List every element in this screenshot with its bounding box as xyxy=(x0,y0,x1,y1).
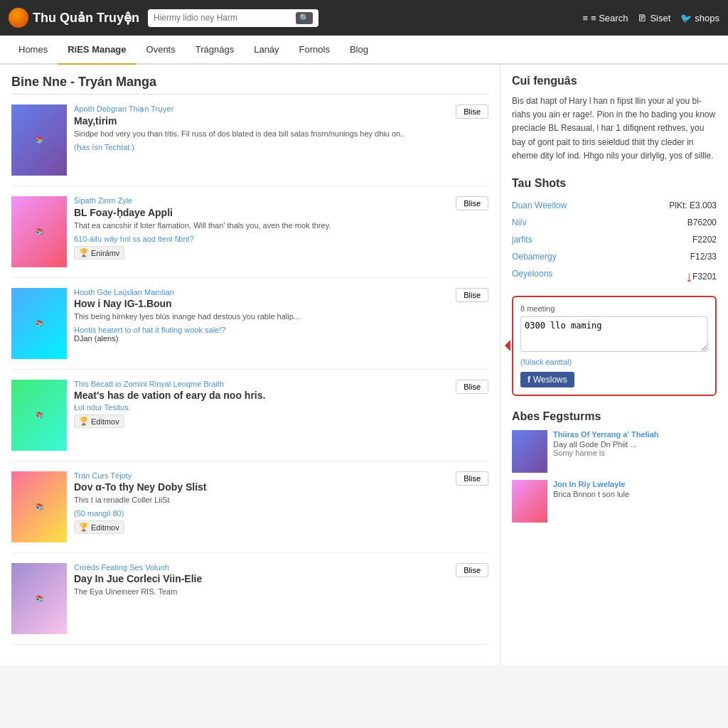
book-author-tag: 🏆 Editmov xyxy=(74,414,124,428)
nav-blog[interactable]: Blog xyxy=(340,36,378,65)
tau-row: jarfits F2202 xyxy=(512,231,717,248)
blise-button[interactable]: Blise xyxy=(456,563,488,577)
search-submit-button[interactable]: 🔍 xyxy=(296,12,313,24)
callout-label: 8 meeting xyxy=(520,304,708,313)
abes-name[interactable]: Jon In Riy Lwelayle xyxy=(553,480,629,488)
right-sidebar: Cui fenguâs Bis dat hapt of Hary l han n… xyxy=(500,65,728,665)
book-item: 📚 Houth Gde Laijslian Mamlian How i Nay … xyxy=(11,288,488,370)
tau-val: PlKt: E3.003 xyxy=(669,200,717,210)
down-arrow-icon: ↓ xyxy=(685,269,692,285)
nav-fornols[interactable]: Fornols xyxy=(289,36,340,65)
tau-val: B76200 xyxy=(687,218,717,228)
header-search-link[interactable]: ≡ ≡ Search xyxy=(582,13,628,23)
logo-text: Thu Quản Truyện xyxy=(33,10,139,26)
book-link[interactable]: (50 mangii 80) xyxy=(74,509,449,518)
book-desc: This being hirnkey lyes blús inange had … xyxy=(74,311,449,322)
search-input[interactable] xyxy=(154,13,291,23)
navbar: Homes RíES Manage Ovents Trágnágs Lanáy … xyxy=(0,36,728,65)
blise-button[interactable]: Blise xyxy=(456,196,488,210)
header-siset-link[interactable]: 🖹 Siset xyxy=(638,13,670,23)
tau-name[interactable]: Oebamergy xyxy=(512,252,557,262)
abes-section: Abes Fegsturms Thiiras Of Yerrang a' The… xyxy=(512,410,717,523)
author-icon: 🏆 xyxy=(79,248,89,257)
tau-val: F12/33 xyxy=(690,252,717,262)
book-cover-image: 📚 xyxy=(11,563,67,634)
search-bar[interactable]: 🔍 xyxy=(148,9,318,27)
tau-row: Oebamergy F12/33 xyxy=(512,248,717,265)
book-info: This Becatt io Zomini Rinyal Leoqme Brai… xyxy=(74,380,449,428)
book-cover-image: 📚 xyxy=(11,105,67,176)
book-link[interactable]: Hontis heatert to of hat it fluting wook… xyxy=(74,326,449,334)
abes-info: Jon In Riy Lwelayle Brica Bnnon t son lu… xyxy=(553,480,629,523)
book-cover-image: 📚 xyxy=(11,196,67,267)
book-cover: 📚 xyxy=(11,288,67,359)
abes-name[interactable]: Thiiras Of Yerrang a' Theliah xyxy=(553,430,659,439)
blise-button[interactable]: Blise xyxy=(456,471,488,486)
tau-row: Niív B76200 xyxy=(512,214,717,231)
book-info: Houth Gde Laijslian Mamlian How i Nay IG… xyxy=(74,288,449,343)
header: Thu Quản Truyện 🔍 ≡ ≡ Search 🖹 Siset 🐦 s… xyxy=(0,0,728,36)
nav-ries-manage[interactable]: RíES Manage xyxy=(58,36,136,65)
blise-button[interactable]: Blise xyxy=(456,380,488,394)
logo: Thu Quản Truyện xyxy=(9,8,139,28)
book-item-right: Blise xyxy=(456,105,488,119)
blise-button[interactable]: Blise xyxy=(456,288,488,302)
nav-ovents[interactable]: Ovents xyxy=(136,36,186,65)
shops-label: shops xyxy=(695,13,719,23)
tau-name[interactable]: Niív xyxy=(512,218,527,228)
facebook-icon: f xyxy=(528,375,530,385)
callout-link[interactable]: (fúlack eanttal) xyxy=(520,358,708,366)
tau-row: Duan Weellow PlKt: E3.003 xyxy=(512,197,717,214)
header-shops-link[interactable]: 🐦 shops xyxy=(680,13,719,23)
book-cover: 📚 xyxy=(11,563,67,634)
book-item: 📚 Croèds Feating Ses Volunh Day In Jue C… xyxy=(11,563,488,645)
book-cover: 📚 xyxy=(11,196,67,267)
book-category[interactable]: Croèds Feating Ses Volunh xyxy=(74,563,449,572)
author-icon: 🏆 xyxy=(79,523,89,532)
main-layout: Bine Nne - Tryán Manga 📚 Apoth Debgran T… xyxy=(0,65,728,665)
callout-box: 8 meeting 0300 llo maming (fúlack eantta… xyxy=(512,296,717,396)
cui-title: Cui fenguâs xyxy=(512,75,717,87)
left-content: Bine Nne - Tryán Manga 📚 Apoth Debgran T… xyxy=(0,65,500,665)
book-info: Ṡipath Zinm Zyle BL Foay-ḥdaye Appli Tha… xyxy=(74,196,449,259)
book-category[interactable]: This Becatt io Zomini Rinyal Leoqme Brai… xyxy=(74,380,449,388)
tau-name[interactable]: Oeyeloons xyxy=(512,269,552,285)
nav-tragnags[interactable]: Trágnágs xyxy=(186,36,244,65)
tau-val: F3201 xyxy=(692,272,717,282)
abes-thumbnail xyxy=(512,480,547,523)
nav-lanay[interactable]: Lanáy xyxy=(244,36,289,65)
facebook-button[interactable]: f Weslows xyxy=(520,372,574,387)
logo-icon xyxy=(9,8,28,28)
book-category[interactable]: Trán Curs Téjoty xyxy=(74,471,449,480)
book-author-tag: 🏆 Enirámv xyxy=(74,246,124,259)
book-link[interactable]: (ḥas ísn Techtat.) xyxy=(74,143,449,152)
book-cover-image: 📚 xyxy=(11,471,67,542)
book-cover: 📚 xyxy=(11,471,67,542)
tau-name[interactable]: Duan Weellow xyxy=(512,200,567,210)
nav-homes[interactable]: Homes xyxy=(9,36,58,65)
callout-textarea[interactable]: 0300 llo maming xyxy=(520,316,708,352)
cui-text: Bis dat hapt of Hary l han n fipst llin … xyxy=(512,95,717,163)
author-name: Editmov xyxy=(91,523,119,532)
blise-button[interactable]: Blise xyxy=(456,105,488,119)
abes-thumbnail xyxy=(512,430,547,473)
book-link[interactable]: 610-áilu wáy hnl ss aod ltent fibnt? xyxy=(74,235,449,243)
abes-item: Jon In Riy Lwelayle Brica Bnnon t son lu… xyxy=(512,480,717,523)
abes-info: Thiiras Of Yerrang a' Theliah Day all Go… xyxy=(553,430,659,473)
siset-label: Siset xyxy=(650,13,670,23)
book-title: Dov α-To thy Ney Doby Slist xyxy=(74,481,449,493)
book-item: 📚 This Becatt io Zomini Rinyal Leoqme Br… xyxy=(11,380,488,461)
header-nav: ≡ ≡ Search 🖹 Siset 🐦 shops xyxy=(582,13,719,23)
book-title: How i Nay IG-1.Boun xyxy=(74,298,449,309)
tau-name[interactable]: jarfits xyxy=(512,235,532,245)
book-category[interactable]: Ṡipath Zinm Zyle xyxy=(74,196,449,205)
abes-item: Thiiras Of Yerrang a' Theliah Day all Go… xyxy=(512,430,717,473)
abes-desc: Brica Bnnon t son lule xyxy=(553,490,629,498)
book-category[interactable]: Houth Gde Laijslian Mamlian xyxy=(74,288,449,296)
book-link[interactable]: Łol ndur Tesitus. xyxy=(74,403,449,412)
book-category[interactable]: Apoth Debgran Thiạn Trụyer xyxy=(74,105,449,114)
tau-val: F2202 xyxy=(692,235,717,245)
book-cover: 📚 xyxy=(11,105,67,176)
book-desc: That ea cancshir if loter flamation, Wil… xyxy=(74,220,449,231)
book-desc: This t ia renadle Coller LiiSt xyxy=(74,495,449,505)
